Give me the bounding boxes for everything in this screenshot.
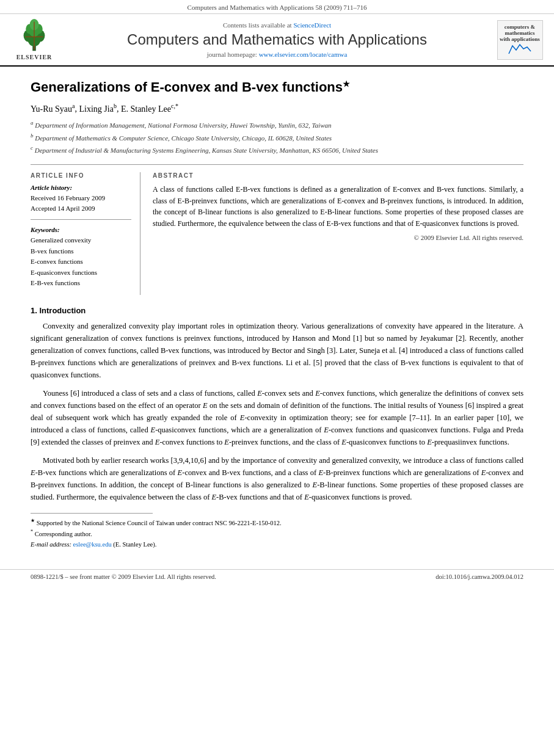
sciencedirect-link[interactable]: ScienceDirect [293, 21, 331, 29]
article-history-group: Article history: Received 16 February 20… [31, 184, 131, 213]
keyword-5: E-B-vex functions [31, 278, 131, 289]
footnote-star-sup: ★ [31, 518, 35, 523]
footnote-corresponding: * Corresponding author. [31, 528, 523, 539]
intro-paragraph-2: Youness [6] introduced a class of sets a… [31, 387, 523, 448]
article-info-label: ARTICLE INFO [31, 172, 131, 179]
journal-citation: Computers and Mathematics with Applicati… [0, 0, 554, 14]
footnote-divider [31, 513, 153, 514]
info-divider [31, 219, 131, 220]
divider [31, 164, 523, 165]
email-link[interactable]: eslee@ksu.edu [73, 541, 112, 548]
title-text: Generalizations of E-convex and B-vex fu… [31, 79, 343, 95]
homepage-url[interactable]: www.elsevier.com/locate/camwa [259, 51, 348, 58]
article-info-column: ARTICLE INFO Article history: Received 1… [31, 172, 140, 295]
logo-graphic [508, 43, 532, 55]
affiliations: a Department of Information Management, … [31, 118, 523, 156]
contents-label: Contents lists available at [223, 21, 292, 29]
journal-title-area: Contents lists available at ScienceDirec… [65, 21, 489, 59]
history-label: Article history: [31, 184, 131, 191]
intro-paragraph-3: Motivated both by earlier research works… [31, 454, 523, 503]
keywords-label: Keywords: [31, 226, 131, 233]
footnote-star2-sup: * [31, 529, 33, 534]
two-column-section: ARTICLE INFO Article history: Received 1… [31, 172, 523, 295]
keyword-1: Generalized convexity [31, 235, 131, 246]
journal-homepage: journal homepage: www.elsevier.com/locat… [65, 51, 489, 58]
homepage-label: journal homepage: [207, 51, 257, 58]
page: Computers and Mathematics with Applicati… [0, 0, 554, 756]
footer-doi: doi:10.1016/j.camwa.2009.04.012 [436, 573, 523, 580]
aff-c-text: Department of Industrial & Manufacturing… [35, 146, 378, 153]
paper-title: Generalizations of E-convex and B-vex fu… [31, 79, 523, 96]
elsevier-text: ELSEVIER [16, 54, 53, 60]
authors-line: Yu-Ru Syaua, Lixing Jiab, E. Stanley Lee… [31, 103, 523, 114]
copyright-line: © 2009 Elsevier Ltd. All rights reserved… [153, 234, 523, 241]
main-content: Generalizations of E-convex and B-vex fu… [0, 67, 554, 562]
journal-logo-box: computers &mathematicswith applications [497, 20, 543, 60]
keyword-4: E-quasiconvex functions [31, 267, 131, 278]
abstract-column: ABSTRACT A class of functions called E-B… [153, 172, 523, 295]
elsevier-logo: ELSEVIER [10, 19, 59, 60]
abstract-text: A class of functions called E-B-vex func… [153, 184, 523, 229]
sciencedirect-line: Contents lists available at ScienceDirec… [65, 21, 489, 29]
section-heading-text-1: Introduction [39, 306, 86, 315]
received-text: Received 16 February 2009 [31, 193, 131, 203]
footnote-star: ★ Supported by the National Science Coun… [31, 517, 523, 528]
section-number-1: 1. [31, 306, 37, 315]
abstract-label: ABSTRACT [153, 172, 523, 179]
aff-c-sup: c [31, 145, 33, 151]
section-introduction: 1. Introduction Convexity and generalize… [31, 306, 523, 503]
journal-logo-right: computers &mathematicswith applications [495, 20, 544, 60]
author1-name: Yu-Ru Syau [31, 104, 72, 113]
logo-title: computers &mathematicswith applications [500, 24, 540, 43]
author2-name: , Lixing Jia [75, 104, 114, 113]
aff-b-sup: b [31, 133, 34, 139]
aff-b-text: Department of Mathematics & Computer Sci… [35, 134, 332, 141]
author3-name: , E. Stanley Lee [117, 104, 171, 113]
elsevier-tree-icon [16, 19, 53, 53]
accepted-text: Accepted 14 April 2009 [31, 203, 131, 214]
footer-issn: 0898-1221/$ – see front matter © 2009 El… [31, 573, 216, 580]
keyword-3: E-convex functions [31, 256, 131, 267]
journal-main-title: Computers and Mathematics with Applicati… [65, 31, 489, 49]
citation-text: Computers and Mathematics with Applicati… [188, 4, 367, 11]
title-star: ★ [343, 79, 350, 89]
intro-paragraph-1: Convexity and generalized convexity play… [31, 320, 523, 381]
aff-a-text: Department of Information Management, Na… [35, 122, 331, 129]
section-heading-1: 1. Introduction [31, 306, 523, 315]
page-footer: 0898-1221/$ – see front matter © 2009 El… [0, 569, 554, 584]
footnote-email: E-mail address: eslee@ksu.edu (E. Stanle… [31, 540, 523, 550]
journal-header: ELSEVIER Contents lists available at Sci… [0, 14, 554, 67]
aff-a-sup: a [31, 120, 34, 126]
keywords-group: Keywords: Generalized convexity B-vex fu… [31, 226, 131, 289]
author3-star: ,* [173, 103, 178, 109]
keyword-2: B-vex functions [31, 246, 131, 257]
